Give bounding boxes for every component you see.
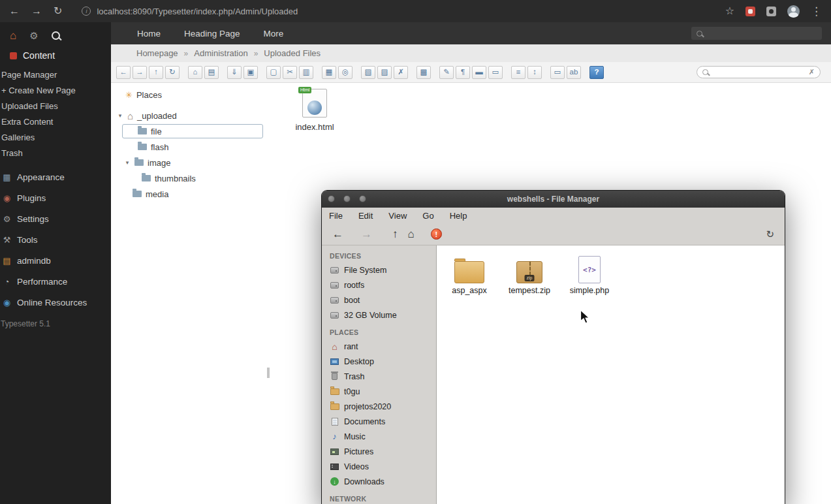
toolbar-properties-button[interactable]: ≡	[511, 66, 525, 79]
toolbar-new-file-button[interactable]: ▨	[377, 66, 392, 79]
sidebar-item-tools[interactable]: Tools	[0, 229, 111, 250]
sidebar-item-galleries[interactable]: Galleries	[0, 130, 111, 146]
refresh-button[interactable]	[766, 229, 774, 239]
toolbar-copy-button[interactable]: ▢	[266, 66, 281, 79]
file-item-index-html[interactable]: Html index.html	[289, 89, 341, 132]
toolbar-save-button[interactable]: ▣	[243, 66, 258, 79]
home-button[interactable]: ⌂	[408, 228, 415, 240]
place-t0gu[interactable]: t0gu	[330, 384, 436, 399]
sidebar-item-plugins[interactable]: Plugins	[0, 187, 111, 208]
tree-item-uploaded[interactable]: _uploaded	[111, 108, 273, 123]
nav-item-heading-page[interactable]: Heading Page	[184, 29, 240, 39]
file-search-input[interactable]	[697, 66, 821, 78]
toolbar-extract-button[interactable]: ▭	[488, 66, 503, 79]
device-boot[interactable]: boot	[330, 292, 436, 307]
device-file-system[interactable]: File System	[330, 262, 436, 277]
stop-icon[interactable]	[431, 228, 442, 240]
browser-reload-icon[interactable]	[54, 6, 62, 16]
tree-item-media[interactable]: media	[111, 186, 273, 202]
toolbar-delete-button[interactable]: ✗	[394, 66, 408, 79]
extensions-puzzle-icon[interactable]	[766, 7, 776, 16]
toolbar-desktop-button[interactable]: ▤	[204, 66, 219, 79]
site-info-icon[interactable]	[82, 7, 91, 16]
toolbar-up-button[interactable]: ↑	[149, 66, 163, 79]
toolbar-home-button[interactable]: ⌂	[188, 66, 202, 79]
toolbar-archive-button[interactable]: ▬	[472, 66, 486, 79]
breadcrumb-administration[interactable]: Administration	[194, 48, 247, 58]
search-icon[interactable]	[52, 31, 60, 40]
panel-resize-handle[interactable]	[267, 368, 270, 378]
toolbar-cut-button[interactable]: ✂	[283, 66, 297, 79]
breadcrumb-homepage[interactable]: Homepage	[136, 48, 178, 58]
home-icon[interactable]	[10, 30, 16, 41]
chevron-down-icon[interactable]	[117, 113, 123, 119]
place-desktop[interactable]: Desktop	[330, 354, 436, 369]
browser-forward-icon[interactable]	[31, 6, 42, 16]
toolbar-new-folder-button[interactable]: ▧	[361, 66, 375, 79]
site-search-input[interactable]	[691, 27, 822, 40]
toolbar-forward-button[interactable]: →	[133, 66, 147, 79]
toolbar-help-button[interactable]: ?	[589, 66, 604, 79]
menu-edit[interactable]: Edit	[358, 211, 373, 221]
sidebar-item-settings[interactable]: Settings	[0, 208, 111, 229]
toolbar-sort-button[interactable]: ↕	[527, 66, 542, 79]
window-maximize-button[interactable]	[359, 195, 366, 202]
file-item-asp-aspx[interactable]: asp_aspx	[442, 253, 497, 295]
breadcrumb-uploaded-files[interactable]: Uploaded Files	[264, 48, 321, 58]
file-item-simple-php[interactable]: <?> simple.php	[562, 253, 617, 295]
sidebar-item-online-resources[interactable]: Online Resources	[0, 292, 111, 313]
extension-icon[interactable]	[745, 7, 755, 16]
nav-item-home[interactable]: Home	[137, 29, 161, 39]
toolbar-duplicate-button[interactable]: ▩	[416, 66, 431, 79]
browser-back-icon[interactable]	[9, 6, 20, 16]
sidebar-item-trash[interactable]: Trash	[0, 146, 111, 161]
window-minimize-button[interactable]	[343, 195, 351, 202]
toolbar-view-list-button[interactable]: ▭	[550, 66, 565, 79]
tree-item-thumbnails[interactable]: thumbnails	[111, 170, 273, 186]
menu-help[interactable]: Help	[450, 211, 467, 221]
window-close-button[interactable]	[328, 195, 335, 202]
place-projetos2020[interactable]: projetos2020	[330, 399, 436, 414]
clear-search-icon[interactable]	[809, 69, 815, 76]
device-32gb-volume[interactable]: 32 GB Volume	[330, 307, 436, 323]
tree-item-file-selected[interactable]: file	[122, 124, 263, 138]
toolbar-back-button[interactable]: ←	[116, 66, 131, 79]
fm-file-area[interactable]: asp_aspx zip tempest.zip <?> simple.php	[436, 245, 785, 504]
toolbar-paste-button[interactable]: ▥	[299, 66, 313, 79]
browser-menu-icon[interactable]	[811, 6, 822, 17]
toolbar-spellcheck-button[interactable]: ab	[567, 66, 581, 79]
back-button[interactable]	[332, 228, 343, 240]
menu-go[interactable]: Go	[422, 211, 433, 221]
toolbar-edit-button[interactable]: ¶	[456, 66, 470, 79]
url-bar[interactable]: localhost:8090/Typesetter/index.php/Admi…	[82, 7, 298, 16]
place-documents[interactable]: Documents	[330, 414, 436, 429]
place-videos[interactable]: Videos	[330, 459, 436, 474]
sidebar-item-appearance[interactable]: Appearance	[0, 166, 111, 187]
up-button[interactable]: ↑	[392, 228, 398, 240]
file-item-tempest-zip[interactable]: zip tempest.zip	[502, 253, 557, 295]
nav-item-more[interactable]: More	[264, 29, 284, 39]
toolbar-info-button[interactable]: ▦	[322, 66, 336, 79]
menu-file[interactable]: File	[329, 211, 343, 221]
sidebar-item-page-manager[interactable]: Page Manager	[0, 67, 111, 83]
toolbar-preview-button[interactable]: ◎	[338, 66, 353, 79]
place-rant[interactable]: rant	[330, 339, 436, 354]
chevron-down-icon[interactable]	[124, 160, 131, 166]
sidebar-item-admindb[interactable]: admindb	[0, 250, 111, 271]
bookmark-star-icon[interactable]	[725, 6, 734, 16]
tree-item-image[interactable]: image	[111, 155, 273, 170]
toolbar-rename-button[interactable]: ✎	[439, 66, 454, 79]
window-titlebar[interactable]: webshells - File Manager	[322, 191, 785, 208]
place-downloads[interactable]: Downloads	[330, 474, 436, 489]
device-rootfs[interactable]: rootfs	[330, 277, 436, 292]
sidebar-item-create-new-page[interactable]: + Create New Page	[0, 83, 111, 99]
forward-button[interactable]	[361, 228, 372, 240]
profile-avatar[interactable]	[787, 5, 800, 18]
sidebar-item-extra-content[interactable]: Extra Content	[0, 114, 111, 130]
menu-view[interactable]: View	[388, 211, 407, 221]
toolbar-download-button[interactable]: ⇓	[227, 66, 242, 79]
place-music[interactable]: Music	[330, 429, 436, 444]
url-text[interactable]: localhost:8090/Typesetter/index.php/Admi…	[97, 7, 298, 16]
tree-item-places[interactable]: Places	[111, 87, 273, 102]
place-trash[interactable]: Trash	[330, 369, 436, 384]
